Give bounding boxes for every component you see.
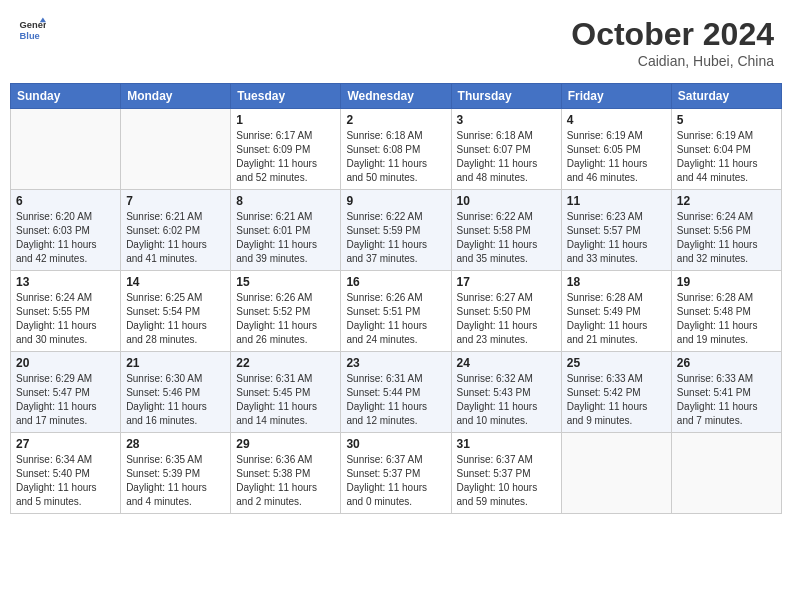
day-number: 18 [567,275,666,289]
calendar-cell: 26Sunrise: 6:33 AM Sunset: 5:41 PM Dayli… [671,352,781,433]
day-info: Sunrise: 6:35 AM Sunset: 5:39 PM Dayligh… [126,453,225,509]
day-info: Sunrise: 6:19 AM Sunset: 6:05 PM Dayligh… [567,129,666,185]
calendar-week-1: 1Sunrise: 6:17 AM Sunset: 6:09 PM Daylig… [11,109,782,190]
day-number: 9 [346,194,445,208]
page-header: General Blue October 2024 Caidian, Hubei… [10,10,782,75]
day-info: Sunrise: 6:31 AM Sunset: 5:44 PM Dayligh… [346,372,445,428]
weekday-header-thursday: Thursday [451,84,561,109]
day-info: Sunrise: 6:33 AM Sunset: 5:41 PM Dayligh… [677,372,776,428]
calendar-cell [671,433,781,514]
calendar-cell: 2Sunrise: 6:18 AM Sunset: 6:08 PM Daylig… [341,109,451,190]
calendar-cell: 22Sunrise: 6:31 AM Sunset: 5:45 PM Dayli… [231,352,341,433]
day-info: Sunrise: 6:36 AM Sunset: 5:38 PM Dayligh… [236,453,335,509]
day-number: 4 [567,113,666,127]
day-number: 29 [236,437,335,451]
day-number: 30 [346,437,445,451]
calendar-body: 1Sunrise: 6:17 AM Sunset: 6:09 PM Daylig… [11,109,782,514]
calendar-cell: 31Sunrise: 6:37 AM Sunset: 5:37 PM Dayli… [451,433,561,514]
month-title: October 2024 [571,16,774,53]
weekday-header-monday: Monday [121,84,231,109]
day-number: 17 [457,275,556,289]
calendar-cell: 30Sunrise: 6:37 AM Sunset: 5:37 PM Dayli… [341,433,451,514]
calendar-cell: 23Sunrise: 6:31 AM Sunset: 5:44 PM Dayli… [341,352,451,433]
calendar-cell: 27Sunrise: 6:34 AM Sunset: 5:40 PM Dayli… [11,433,121,514]
weekday-header-wednesday: Wednesday [341,84,451,109]
day-info: Sunrise: 6:22 AM Sunset: 5:59 PM Dayligh… [346,210,445,266]
day-number: 15 [236,275,335,289]
weekday-header-friday: Friday [561,84,671,109]
day-info: Sunrise: 6:34 AM Sunset: 5:40 PM Dayligh… [16,453,115,509]
day-number: 3 [457,113,556,127]
day-info: Sunrise: 6:20 AM Sunset: 6:03 PM Dayligh… [16,210,115,266]
day-number: 31 [457,437,556,451]
calendar-week-3: 13Sunrise: 6:24 AM Sunset: 5:55 PM Dayli… [11,271,782,352]
day-info: Sunrise: 6:25 AM Sunset: 5:54 PM Dayligh… [126,291,225,347]
calendar-cell: 1Sunrise: 6:17 AM Sunset: 6:09 PM Daylig… [231,109,341,190]
day-info: Sunrise: 6:37 AM Sunset: 5:37 PM Dayligh… [346,453,445,509]
weekday-header-tuesday: Tuesday [231,84,341,109]
day-info: Sunrise: 6:28 AM Sunset: 5:49 PM Dayligh… [567,291,666,347]
day-number: 22 [236,356,335,370]
day-info: Sunrise: 6:21 AM Sunset: 6:01 PM Dayligh… [236,210,335,266]
day-info: Sunrise: 6:23 AM Sunset: 5:57 PM Dayligh… [567,210,666,266]
day-info: Sunrise: 6:28 AM Sunset: 5:48 PM Dayligh… [677,291,776,347]
day-number: 24 [457,356,556,370]
calendar-cell: 3Sunrise: 6:18 AM Sunset: 6:07 PM Daylig… [451,109,561,190]
weekday-header-row: SundayMondayTuesdayWednesdayThursdayFrid… [11,84,782,109]
calendar-cell: 29Sunrise: 6:36 AM Sunset: 5:38 PM Dayli… [231,433,341,514]
location-subtitle: Caidian, Hubei, China [571,53,774,69]
day-info: Sunrise: 6:29 AM Sunset: 5:47 PM Dayligh… [16,372,115,428]
day-info: Sunrise: 6:27 AM Sunset: 5:50 PM Dayligh… [457,291,556,347]
day-info: Sunrise: 6:19 AM Sunset: 6:04 PM Dayligh… [677,129,776,185]
day-info: Sunrise: 6:31 AM Sunset: 5:45 PM Dayligh… [236,372,335,428]
calendar-cell [561,433,671,514]
calendar-cell: 14Sunrise: 6:25 AM Sunset: 5:54 PM Dayli… [121,271,231,352]
calendar-cell: 10Sunrise: 6:22 AM Sunset: 5:58 PM Dayli… [451,190,561,271]
calendar-cell: 16Sunrise: 6:26 AM Sunset: 5:51 PM Dayli… [341,271,451,352]
logo: General Blue [18,16,46,44]
calendar-cell: 15Sunrise: 6:26 AM Sunset: 5:52 PM Dayli… [231,271,341,352]
day-number: 6 [16,194,115,208]
weekday-header-saturday: Saturday [671,84,781,109]
calendar-cell: 21Sunrise: 6:30 AM Sunset: 5:46 PM Dayli… [121,352,231,433]
calendar-cell: 7Sunrise: 6:21 AM Sunset: 6:02 PM Daylig… [121,190,231,271]
day-number: 11 [567,194,666,208]
svg-text:Blue: Blue [20,31,40,41]
day-info: Sunrise: 6:17 AM Sunset: 6:09 PM Dayligh… [236,129,335,185]
calendar-cell: 25Sunrise: 6:33 AM Sunset: 5:42 PM Dayli… [561,352,671,433]
calendar-cell: 17Sunrise: 6:27 AM Sunset: 5:50 PM Dayli… [451,271,561,352]
day-number: 25 [567,356,666,370]
day-info: Sunrise: 6:21 AM Sunset: 6:02 PM Dayligh… [126,210,225,266]
day-number: 13 [16,275,115,289]
day-info: Sunrise: 6:37 AM Sunset: 5:37 PM Dayligh… [457,453,556,509]
calendar-cell: 8Sunrise: 6:21 AM Sunset: 6:01 PM Daylig… [231,190,341,271]
calendar-week-5: 27Sunrise: 6:34 AM Sunset: 5:40 PM Dayli… [11,433,782,514]
day-info: Sunrise: 6:18 AM Sunset: 6:07 PM Dayligh… [457,129,556,185]
weekday-header-sunday: Sunday [11,84,121,109]
day-info: Sunrise: 6:30 AM Sunset: 5:46 PM Dayligh… [126,372,225,428]
calendar-cell [121,109,231,190]
day-info: Sunrise: 6:33 AM Sunset: 5:42 PM Dayligh… [567,372,666,428]
day-number: 26 [677,356,776,370]
day-number: 19 [677,275,776,289]
day-number: 23 [346,356,445,370]
day-info: Sunrise: 6:26 AM Sunset: 5:51 PM Dayligh… [346,291,445,347]
calendar-cell: 20Sunrise: 6:29 AM Sunset: 5:47 PM Dayli… [11,352,121,433]
logo-icon: General Blue [18,16,46,44]
day-number: 12 [677,194,776,208]
calendar-cell: 6Sunrise: 6:20 AM Sunset: 6:03 PM Daylig… [11,190,121,271]
title-block: October 2024 Caidian, Hubei, China [571,16,774,69]
day-number: 16 [346,275,445,289]
day-info: Sunrise: 6:22 AM Sunset: 5:58 PM Dayligh… [457,210,556,266]
calendar-cell: 9Sunrise: 6:22 AM Sunset: 5:59 PM Daylig… [341,190,451,271]
day-number: 5 [677,113,776,127]
calendar-cell: 28Sunrise: 6:35 AM Sunset: 5:39 PM Dayli… [121,433,231,514]
calendar-table: SundayMondayTuesdayWednesdayThursdayFrid… [10,83,782,514]
day-number: 10 [457,194,556,208]
day-number: 27 [16,437,115,451]
day-number: 21 [126,356,225,370]
calendar-cell [11,109,121,190]
calendar-cell: 24Sunrise: 6:32 AM Sunset: 5:43 PM Dayli… [451,352,561,433]
calendar-cell: 5Sunrise: 6:19 AM Sunset: 6:04 PM Daylig… [671,109,781,190]
day-number: 2 [346,113,445,127]
